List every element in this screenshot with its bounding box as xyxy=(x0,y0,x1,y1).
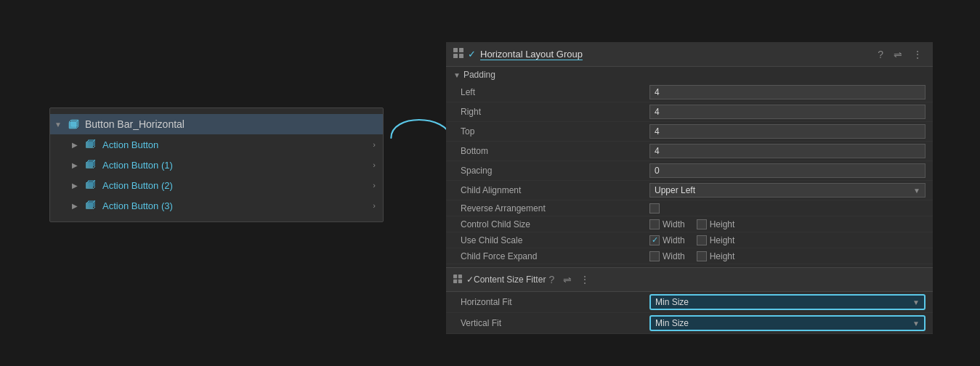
component2-more-button[interactable]: ⋮ xyxy=(577,272,593,287)
padding-section-header[interactable]: ▼ Padding xyxy=(446,67,933,83)
svg-rect-41 xyxy=(459,48,463,52)
child-item-label-1: Action Button (1) xyxy=(102,160,373,171)
control-child-size-height-checkbox[interactable] xyxy=(697,219,707,229)
svg-rect-45 xyxy=(458,274,462,278)
use-child-scale-row: Use Child Scale Width Height xyxy=(446,232,933,248)
reverse-arrangement-label: Reverse Arrangement xyxy=(461,203,649,214)
component1-settings-button[interactable]: ⇌ xyxy=(891,47,905,62)
component2-help-button[interactable]: ? xyxy=(546,272,557,287)
scene-child-item-0[interactable]: ▶ Action Button › xyxy=(50,134,383,155)
component1-more-button[interactable]: ⋮ xyxy=(910,47,926,62)
reverse-arrangement-checkbox[interactable] xyxy=(649,203,660,214)
use-child-scale-height-item: Height xyxy=(697,235,735,245)
vertical-fit-dropdown-arrow: ▼ xyxy=(912,320,920,328)
child-arrow-1[interactable]: ▶ xyxy=(72,161,82,169)
spacing-input[interactable] xyxy=(649,163,926,178)
control-child-size-width-checkbox[interactable] xyxy=(649,219,660,229)
component1-header: ✓ Horizontal Layout Group ? ⇌ ⋮ xyxy=(446,42,933,67)
padding-section-label: Padding xyxy=(463,70,495,80)
use-child-scale-width-checkbox[interactable] xyxy=(649,235,660,245)
use-child-scale-height-checkbox[interactable] xyxy=(697,235,707,245)
svg-line-27 xyxy=(93,187,95,189)
child-item-label-2: Action Button (2) xyxy=(102,180,373,191)
child-force-expand-width-label: Width xyxy=(663,251,685,261)
padding-collapse-arrow[interactable]: ▼ xyxy=(453,71,461,79)
component2-settings-button[interactable]: ⇌ xyxy=(560,272,575,287)
svg-rect-46 xyxy=(453,279,457,282)
scene-hierarchy-panel: ▼ Button Bar_Horizontal ▶ xyxy=(49,107,384,222)
padding-left-input[interactable] xyxy=(649,85,926,99)
control-child-size-label: Control Child Size xyxy=(461,219,649,229)
child-cube-icon-1 xyxy=(84,158,98,172)
svg-rect-47 xyxy=(458,279,462,282)
component1-checkmark[interactable]: ✓ xyxy=(468,49,476,60)
padding-top-input[interactable] xyxy=(649,124,926,139)
svg-rect-42 xyxy=(453,54,458,58)
reverse-arrangement-value xyxy=(649,203,926,214)
child-force-expand-width-checkbox[interactable] xyxy=(649,251,660,261)
horizontal-fit-label: Horizontal Fit xyxy=(461,297,649,307)
scene-child-item-3[interactable]: ▶ Action Button (3) › xyxy=(50,195,383,216)
horizontal-fit-dropdown[interactable]: Min Size ▼ xyxy=(649,294,926,310)
component1-help-button[interactable]: ? xyxy=(875,47,886,62)
control-child-size-height-item: Height xyxy=(697,219,735,229)
use-child-scale-width-label: Width xyxy=(663,235,685,245)
padding-right-input[interactable] xyxy=(649,105,926,119)
svg-line-35 xyxy=(93,207,95,209)
child-alignment-dropdown[interactable]: Upper Left ▼ xyxy=(649,183,926,198)
collapse-arrow[interactable]: ▼ xyxy=(54,121,65,129)
control-child-size-value: Width Height xyxy=(649,219,926,229)
child-force-expand-checkbox-group: Width Height xyxy=(649,251,734,261)
child-alignment-dropdown-arrow: ▼ xyxy=(913,187,920,195)
control-child-size-width-item: Width xyxy=(649,219,685,229)
horizontal-fit-dropdown-value: Min Size xyxy=(655,297,689,307)
use-child-scale-checkbox-group: Width Height xyxy=(649,235,734,245)
child-chevron-2: › xyxy=(373,181,376,190)
child-chevron-3: › xyxy=(373,201,376,210)
child-cube-icon-0 xyxy=(84,137,98,152)
padding-right-label: Right xyxy=(461,107,649,117)
scene-root-item[interactable]: ▼ Button Bar_Horizontal xyxy=(50,114,383,134)
use-child-scale-label: Use Child Scale xyxy=(461,235,649,245)
root-item-label: Button Bar_Horizontal xyxy=(85,118,376,130)
child-arrow-2[interactable]: ▶ xyxy=(72,182,82,190)
vertical-fit-value: Min Size ▼ xyxy=(649,315,926,331)
padding-bottom-input[interactable] xyxy=(649,144,926,158)
spacing-label: Spacing xyxy=(461,166,649,176)
child-alignment-row: Child Alignment Upper Left ▼ xyxy=(446,181,933,200)
padding-bottom-row: Bottom xyxy=(446,142,933,161)
padding-top-row: Top xyxy=(446,122,933,142)
scene-child-item-2[interactable]: ▶ Action Button (2) › xyxy=(50,175,383,195)
child-force-expand-height-checkbox[interactable] xyxy=(697,251,707,261)
child-cube-icon-3 xyxy=(84,198,98,213)
scene-child-item-1[interactable]: ▶ Action Button (1) › xyxy=(50,155,383,175)
component2-title: Content Size Fitter xyxy=(474,274,546,285)
vertical-fit-dropdown[interactable]: Min Size ▼ xyxy=(649,315,926,331)
horizontal-fit-row: Horizontal Fit Min Size ▼ xyxy=(446,292,933,313)
component1-grid-icon xyxy=(453,48,463,60)
vertical-fit-row: Vertical Fit Min Size ▼ xyxy=(446,313,933,334)
padding-bottom-label: Bottom xyxy=(461,146,649,156)
horizontal-fit-value: Min Size ▼ xyxy=(649,294,926,310)
child-arrow-3[interactable]: ▶ xyxy=(72,202,82,210)
child-force-expand-height-item: Height xyxy=(697,251,735,261)
padding-right-row: Right xyxy=(446,102,933,122)
vertical-fit-label: Vertical Fit xyxy=(461,318,649,328)
root-cube-icon xyxy=(66,117,81,131)
padding-left-row: Left xyxy=(446,83,933,102)
component2-checkmark[interactable]: ✓ xyxy=(466,274,474,285)
component1-title: Horizontal Layout Group xyxy=(480,49,875,60)
spacing-value xyxy=(649,163,926,178)
control-child-size-checkbox-group: Width Height xyxy=(649,219,734,229)
control-child-size-width-label: Width xyxy=(663,219,685,229)
svg-rect-44 xyxy=(453,274,457,278)
padding-top-label: Top xyxy=(461,126,649,137)
child-alignment-value: Upper Left ▼ xyxy=(649,183,926,198)
horizontal-fit-dropdown-arrow: ▼ xyxy=(912,298,920,306)
child-arrow-0[interactable]: ▶ xyxy=(72,141,82,149)
child-force-expand-height-label: Height xyxy=(710,251,735,261)
child-alignment-dropdown-value: Upper Left xyxy=(655,185,695,195)
padding-left-label: Left xyxy=(461,87,649,97)
child-item-label-3: Action Button (3) xyxy=(102,200,373,211)
component2-grid-icon xyxy=(453,274,462,285)
